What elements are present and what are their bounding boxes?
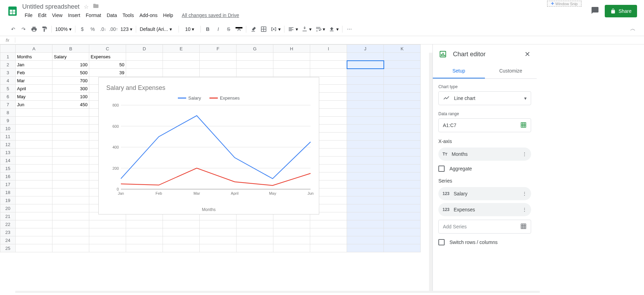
embedded-chart[interactable]: Salary and Expenses Salary Expenses 0200… <box>98 77 319 214</box>
cell-A20[interactable] <box>16 204 52 212</box>
more-vert-icon[interactable]: ⋮ <box>522 151 527 157</box>
borders-icon[interactable] <box>259 24 269 34</box>
cell-B3[interactable]: 500 <box>52 69 89 77</box>
cell-E2[interactable] <box>163 61 200 69</box>
cell-K7[interactable] <box>384 101 421 109</box>
cell-D25[interactable] <box>126 244 163 252</box>
cell-I24[interactable] <box>310 236 347 244</box>
row-header-9[interactable]: 9 <box>0 117 16 125</box>
cell-B20[interactable] <box>52 204 89 212</box>
col-header-D[interactable]: D <box>126 45 163 53</box>
row-header-13[interactable]: 13 <box>0 149 16 157</box>
cell-C25[interactable] <box>89 244 126 252</box>
series-chip-salary[interactable]: 123 Salary ⋮ <box>438 187 531 200</box>
col-header-K[interactable]: K <box>384 45 421 53</box>
col-header-J[interactable]: J <box>347 45 384 53</box>
cell-D2[interactable] <box>126 61 163 69</box>
cell-J1[interactable] <box>347 53 384 61</box>
cell-K16[interactable] <box>384 172 421 180</box>
cell-K19[interactable] <box>384 196 421 204</box>
cell-J3[interactable] <box>347 69 384 77</box>
cell-K24[interactable] <box>384 236 421 244</box>
cell-J19[interactable] <box>347 196 384 204</box>
cell-I1[interactable] <box>310 53 347 61</box>
cell-K15[interactable] <box>384 165 421 172</box>
cell-A17[interactable] <box>16 180 52 188</box>
cell-A9[interactable] <box>16 117 52 125</box>
cell-J14[interactable] <box>347 157 384 165</box>
strike-icon[interactable]: S <box>224 24 233 34</box>
cell-A13[interactable] <box>16 149 52 157</box>
formula-input[interactable] <box>15 37 644 43</box>
cell-I22[interactable] <box>310 220 347 228</box>
cell-G22[interactable] <box>237 220 273 228</box>
cell-B1[interactable]: Salary <box>52 53 89 61</box>
switch-rows-checkbox-row[interactable]: Switch rows / columns <box>438 239 531 245</box>
doc-title[interactable]: Untitled spreadsheet <box>22 3 80 10</box>
cell-J10[interactable] <box>347 125 384 133</box>
cell-J13[interactable] <box>347 149 384 157</box>
cell-B15[interactable] <box>52 165 89 172</box>
more-formats[interactable]: 123▾ <box>119 26 134 32</box>
xaxis-chip[interactable]: Tᴛ Months ⋮ <box>438 148 531 161</box>
cell-K23[interactable] <box>384 228 421 236</box>
print-icon[interactable] <box>29 24 39 34</box>
text-color-icon[interactable]: A <box>234 24 244 34</box>
valign-icon[interactable]: ▾ <box>300 26 313 32</box>
close-icon[interactable]: ✕ <box>525 50 530 58</box>
cell-A12[interactable] <box>16 141 52 149</box>
cell-K2[interactable] <box>384 61 421 69</box>
menu-insert[interactable]: Insert <box>66 11 83 19</box>
cell-B19[interactable] <box>52 196 89 204</box>
cell-K13[interactable] <box>384 149 421 157</box>
cell-A16[interactable] <box>16 172 52 180</box>
undo-icon[interactable]: ↶ <box>8 24 18 34</box>
cell-E1[interactable] <box>163 53 200 61</box>
cell-A6[interactable]: May <box>16 93 52 101</box>
row-header-12[interactable]: 12 <box>0 141 16 149</box>
cell-D3[interactable] <box>126 69 163 77</box>
col-header-H[interactable]: H <box>273 45 310 53</box>
cell-E22[interactable] <box>163 220 200 228</box>
cell-K8[interactable] <box>384 109 421 117</box>
cell-A4[interactable]: Mar <box>16 77 52 85</box>
cell-J21[interactable] <box>347 212 384 220</box>
cell-K21[interactable] <box>384 212 421 220</box>
cell-J12[interactable] <box>347 141 384 149</box>
menu-help[interactable]: Help <box>161 11 176 19</box>
col-header-A[interactable]: A <box>16 45 52 53</box>
cell-K18[interactable] <box>384 188 421 196</box>
font-select[interactable]: Default (Ari...▾ <box>138 26 176 32</box>
row-header-1[interactable]: 1 <box>0 53 16 61</box>
checkbox-icon[interactable] <box>438 239 445 245</box>
cell-J9[interactable] <box>347 117 384 125</box>
sheets-logo[interactable] <box>6 4 19 18</box>
cell-H1[interactable] <box>273 53 310 61</box>
star-icon[interactable]: ☆ <box>84 3 89 10</box>
row-header-4[interactable]: 4 <box>0 77 16 85</box>
data-range-input[interactable]: A1:C7 <box>438 118 531 132</box>
row-header-23[interactable]: 23 <box>0 228 16 236</box>
cell-J16[interactable] <box>347 172 384 180</box>
cell-G24[interactable] <box>237 236 273 244</box>
menu-edit[interactable]: Edit <box>36 11 49 19</box>
cell-A14[interactable] <box>16 157 52 165</box>
cell-K3[interactable] <box>384 69 421 77</box>
cell-B24[interactable] <box>52 236 89 244</box>
col-header-C[interactable]: C <box>89 45 126 53</box>
row-header-7[interactable]: 7 <box>0 101 16 109</box>
cell-B22[interactable] <box>52 220 89 228</box>
row-header-17[interactable]: 17 <box>0 180 16 188</box>
row-header-20[interactable]: 20 <box>0 204 16 212</box>
collapse-toolbar-icon[interactable]: ︿ <box>630 25 636 33</box>
cell-G2[interactable] <box>237 61 273 69</box>
cell-J20[interactable] <box>347 204 384 212</box>
cell-I3[interactable] <box>310 69 347 77</box>
cell-A11[interactable] <box>16 133 52 141</box>
cell-J24[interactable] <box>347 236 384 244</box>
comments-icon[interactable] <box>591 6 599 16</box>
cell-F1[interactable] <box>200 53 237 61</box>
more-vert-icon[interactable]: ⋮ <box>522 191 527 196</box>
cell-B12[interactable] <box>52 141 89 149</box>
checkbox-icon[interactable] <box>438 166 445 172</box>
